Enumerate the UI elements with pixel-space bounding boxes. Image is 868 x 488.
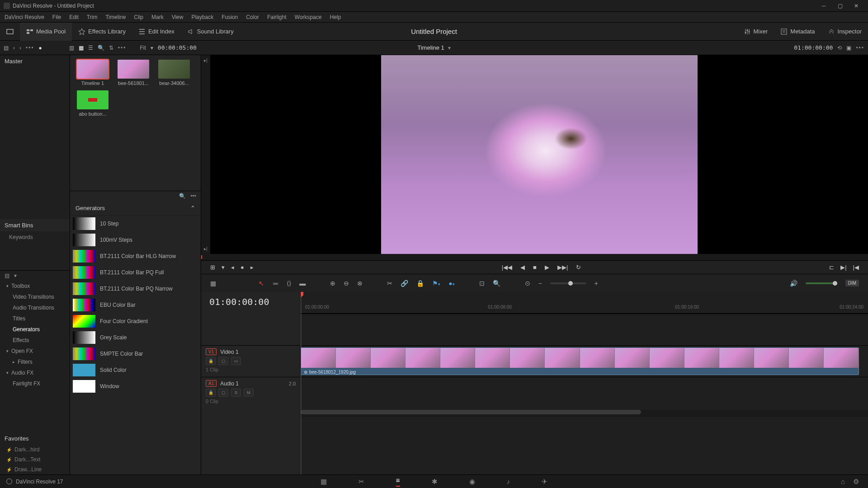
favorite-item[interactable]: Dark...hird xyxy=(0,445,70,455)
menu-fusion[interactable]: Fusion xyxy=(222,14,238,20)
dim-button[interactable]: DIM xyxy=(845,280,859,286)
toolbox-filters[interactable]: ▸Filters xyxy=(0,357,70,367)
track-head-v1[interactable]: V1 Video 1 🔒 ▢ ▭ 1 Clip xyxy=(201,345,300,377)
tab-sound-library[interactable]: Sound Library xyxy=(181,23,240,41)
volume-icon[interactable]: 🔊 xyxy=(790,280,797,287)
generator-item[interactable]: Window xyxy=(70,378,201,394)
solo-a1[interactable]: S xyxy=(231,389,241,397)
match-frame-icon[interactable]: ▸| xyxy=(204,58,208,63)
maximize-button[interactable]: ▢ xyxy=(832,1,848,10)
auto-select-v1[interactable]: ▢ xyxy=(218,357,228,365)
track-head-a1[interactable]: A1 Audio 1 2.0 🔒 ▢ S M 0 Clip xyxy=(201,377,300,408)
toolbox-titles[interactable]: Titles xyxy=(0,313,70,324)
next-frame-button[interactable]: ▶▶| xyxy=(557,264,568,271)
favorite-item[interactable]: Dark...Text xyxy=(0,455,70,465)
generator-item[interactable]: Grey Scale xyxy=(70,329,201,346)
trim-tool[interactable]: ⫘ xyxy=(272,280,278,287)
minimize-button[interactable]: ─ xyxy=(816,1,832,10)
prev-frame-button[interactable]: ◀ xyxy=(520,264,525,271)
video-clip[interactable]: ⊛ bee-5618012_1920.jpg xyxy=(301,347,859,375)
gen-more[interactable]: ••• xyxy=(190,193,196,199)
toolbox-header[interactable]: ▾Toolbox xyxy=(0,281,70,291)
playhead[interactable] xyxy=(301,292,301,474)
nav-fwd[interactable]: › xyxy=(19,45,21,51)
generator-item[interactable]: SMPTE Color Bar xyxy=(70,346,201,362)
lock-tool[interactable]: 🔒 xyxy=(416,280,424,287)
gen-search-icon[interactable]: 🔍 xyxy=(179,193,186,199)
fit-select[interactable]: Fit xyxy=(140,45,146,51)
timeline-timecode[interactable]: 01:00:00:00 xyxy=(201,292,300,314)
zoom-out[interactable]: − xyxy=(538,280,542,287)
media-clip-bee[interactable]: bee-561801... xyxy=(115,60,151,86)
toolbox-audiofx[interactable]: ▾Audio FX xyxy=(0,367,70,378)
page-color[interactable]: ◉ xyxy=(469,478,475,486)
search-icon[interactable]: 🔍 xyxy=(98,45,104,51)
menu-help[interactable]: Help xyxy=(330,14,341,20)
view-list[interactable]: ☰ xyxy=(88,45,93,51)
menu-playback[interactable]: Playback xyxy=(191,14,213,20)
page-edit[interactable]: ≡ xyxy=(396,476,400,487)
play-button[interactable]: ▶ xyxy=(545,264,549,271)
generators-header[interactable]: Generators ⌃ xyxy=(70,201,201,216)
loop-button[interactable]: ↻ xyxy=(576,264,581,271)
jump-end-icon[interactable]: ▸| xyxy=(204,246,208,251)
insert-dropdown[interactable]: ▾ xyxy=(222,264,225,271)
toolbox-effects[interactable]: Effects xyxy=(0,335,70,346)
generator-item[interactable]: 10 Step xyxy=(70,216,201,232)
timeline-scrollbar[interactable] xyxy=(301,410,868,417)
tracks-area[interactable]: 01:00:00:00 01:00:08:00 01:00:16:00 01:0… xyxy=(301,292,868,474)
page-fusion[interactable]: ✱ xyxy=(432,478,438,486)
lock-track-v1[interactable]: 🔒 xyxy=(206,357,216,365)
track-badge-a1[interactable]: A1 xyxy=(206,380,217,387)
tab-effects[interactable]: Effects Library xyxy=(72,23,132,41)
next-edit-icon[interactable]: ▸ xyxy=(250,264,254,271)
timeline-dropdown[interactable]: ▾ xyxy=(448,45,451,51)
menu-timeline[interactable]: Timeline xyxy=(105,14,126,20)
marker-dot-icon[interactable]: ● xyxy=(241,264,244,271)
tab-media-pool[interactable]: Media Pool xyxy=(20,23,72,41)
generator-item[interactable]: 100mV Steps xyxy=(70,232,201,248)
track-spacer[interactable] xyxy=(301,314,868,345)
menu-clip[interactable]: Clip xyxy=(134,14,143,20)
fit-dropdown[interactable]: ▾ xyxy=(151,45,153,51)
insert-clip-icon[interactable]: ⊞ xyxy=(210,264,215,271)
master-bin[interactable]: Master xyxy=(0,55,70,67)
smart-bins-header[interactable]: Smart Bins xyxy=(0,219,70,231)
track-badge-v1[interactable]: V1 xyxy=(206,348,217,355)
tab-mixer[interactable]: Mixer xyxy=(737,23,774,41)
dynamic-trim-tool[interactable]: ⟨⟩ xyxy=(287,280,291,287)
home-button[interactable]: ⌂ xyxy=(841,478,845,486)
snapping-toggle[interactable]: ⊡ xyxy=(479,280,485,287)
media-clip-bear[interactable]: bear-34006... xyxy=(156,60,192,86)
bypass-icon[interactable]: ⟲ xyxy=(837,45,842,51)
page-media[interactable]: ▦ xyxy=(321,478,327,486)
bin-list-button[interactable]: ▤ xyxy=(4,45,9,51)
view-grid[interactable]: ▦ xyxy=(79,45,84,51)
toolbox-video-transitions[interactable]: Video Transitions xyxy=(0,291,70,302)
track-audio-1[interactable] xyxy=(301,377,868,408)
tab-inspector[interactable]: Inspector xyxy=(821,23,868,41)
razor-tool[interactable]: ✂ xyxy=(387,280,392,287)
menu-color[interactable]: Color xyxy=(246,14,259,20)
flag-tool[interactable]: ⚑▾ xyxy=(432,280,440,287)
toolbox-generators[interactable]: Generators xyxy=(0,324,70,335)
timeline-ruler[interactable]: 01:00:00:00 01:00:08:00 01:00:16:00 01:0… xyxy=(301,292,868,314)
close-button[interactable]: ✕ xyxy=(848,1,864,10)
disable-v1[interactable]: ▭ xyxy=(231,357,241,365)
zoom-search[interactable]: 🔍 xyxy=(493,280,500,287)
record-dot[interactable]: ● xyxy=(39,45,42,51)
collapse-icon[interactable]: ⌃ xyxy=(190,205,195,211)
viewer-options[interactable]: ••• xyxy=(856,45,864,51)
go-to-out-icon[interactable]: |◀ xyxy=(853,264,859,271)
menu-view[interactable]: View xyxy=(172,14,184,20)
tab-edit-index[interactable]: Edit Index xyxy=(132,23,181,41)
link-tool[interactable]: 🔗 xyxy=(401,280,408,287)
toolbox-fairlightfx[interactable]: Fairlight FX xyxy=(0,378,70,389)
generator-item[interactable]: BT.2111 Color Bar PQ Full xyxy=(70,264,201,281)
blade-tool[interactable]: ▬ xyxy=(299,280,306,287)
nav-back[interactable]: ‹ xyxy=(13,45,15,51)
zoom-in[interactable]: + xyxy=(594,280,598,287)
volume-slider[interactable] xyxy=(806,282,837,284)
timeline-view-icon[interactable]: ▦ xyxy=(210,280,216,287)
page-deliver[interactable]: ✈ xyxy=(542,478,547,486)
